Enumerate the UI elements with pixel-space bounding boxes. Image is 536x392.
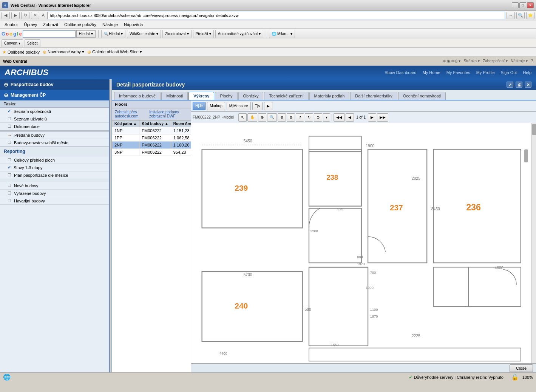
close-window-button[interactable]: ✕ — [527, 2, 534, 8]
sidebar-item-nove-budovy[interactable]: Nové budovy — [0, 182, 109, 190]
tab-mistnosti[interactable]: Místnosti — [161, 92, 188, 100]
fav-oblibene[interactable]: ★ Oblíbené položky — [2, 49, 40, 55]
scroll-thumb[interactable] — [532, 124, 536, 135]
tab-obrazky[interactable]: Obrázky — [238, 92, 264, 100]
search-icon[interactable]: 🔍 — [516, 12, 525, 19]
close-button[interactable]: Close — [510, 364, 533, 372]
tab-informace[interactable]: Informace o budově — [114, 92, 161, 100]
dwf-tool-center[interactable]: ⊙ — [314, 113, 322, 122]
fav-nav-icon: ⊕ — [43, 49, 46, 55]
dwf-nav-prev[interactable]: ◀ — [346, 113, 354, 122]
maximize-button[interactable]: □ — [519, 2, 526, 8]
tab-oceneni[interactable]: Ocenění nemovitosti — [398, 92, 446, 100]
minimize-button[interactable]: _ — [512, 2, 519, 8]
dwf-tool-zoom-rect[interactable]: 🔍 — [267, 113, 277, 122]
prelozit-button[interactable]: Přeložit ▾ — [193, 30, 214, 38]
sidebar-item-stavy-etapy[interactable]: Stavy 1-3 etapy — [0, 164, 109, 171]
expand-icon[interactable]: ⤢ — [507, 82, 513, 88]
dwf-btn-ts[interactable]: T|s — [252, 102, 263, 110]
menu-soubor[interactable]: Soubor — [2, 22, 21, 28]
fav-galerie-label: Galerie oblasti Web Slice ▾ — [92, 49, 142, 54]
vertical-scrollbar[interactable] — [531, 123, 536, 363]
sidebar-item-seznam-uzivatelu[interactable]: Seznam uživatelů — [0, 115, 109, 123]
dwf-btn-measure[interactable]: M|Measure — [227, 102, 251, 110]
milan-button[interactable]: 🌐 Milan... ▾ — [269, 30, 295, 38]
floor-row-3np[interactable]: 3NP FM006222 954,28 — [112, 149, 201, 156]
dwf-tool-pan[interactable]: ✋ — [247, 113, 257, 122]
my-favorites-link[interactable]: My Favorites — [446, 70, 470, 75]
dwf-btn-play[interactable]: ▶ — [264, 102, 272, 110]
content-header: Detail pasportizace budovy ⤢ 🖨 ✕ — [112, 79, 536, 90]
dwf-tool-rotate-left[interactable]: ↺ — [296, 113, 304, 122]
back-button[interactable]: ◀ — [2, 12, 10, 19]
tab-technicke[interactable]: Technické zařízení — [264, 92, 308, 100]
sidebar-item-dokumentace[interactable]: Dokumentace — [0, 123, 109, 130]
my-profile-link[interactable]: My Profile — [476, 70, 495, 75]
sidebar-section-management[interactable]: ⊖ Management ČP — [0, 90, 109, 100]
room-237-label: 237 — [390, 203, 403, 212]
dwf-tool-zoom-out[interactable]: ⊖ — [287, 113, 295, 122]
sort-building-icon[interactable]: ▲ — [165, 122, 168, 126]
zkontrolovat-button[interactable]: Zkontrolovat ▾ — [162, 30, 192, 38]
autofill-button[interactable]: Automatické vyplňování ▾ — [215, 30, 263, 38]
dwf-nav-next[interactable]: ▶ — [368, 113, 376, 122]
sidebar-item-celkovy-prehled[interactable]: Celkový přehled ploch — [0, 156, 109, 164]
dwf-btn-hje[interactable]: H|Je — [193, 102, 205, 110]
sidebar-section-pasportizace[interactable]: ⊖ Pasportizace budov — [0, 79, 109, 90]
dwf-nav-next2[interactable]: ▶▶ — [377, 113, 388, 122]
show-dashboard-link[interactable]: Show Dashboard — [385, 70, 416, 75]
tab-dalsi[interactable]: Další charakteristiky — [350, 92, 397, 100]
convert-button[interactable]: Convert ▾ — [2, 39, 23, 48]
dwf-tool-fit[interactable]: ⊕ — [278, 113, 286, 122]
search-button[interactable]: Hledat ▾ — [76, 30, 96, 38]
room-239-label: 239 — [235, 184, 248, 192]
floor-row-1pp[interactable]: 1PP FM006222 1 062,58 — [112, 134, 201, 142]
favorites-button[interactable]: ⭐ — [526, 12, 534, 19]
floor-row-2np[interactable]: 2NP FM006222 1 160,26 — [112, 142, 201, 149]
fav-galerie[interactable]: ⊕ Galerie oblasti Web Slice ▾ — [87, 49, 142, 55]
dim-1970: 1970 — [357, 262, 365, 266]
sidebar-item-vyrazene-budovy[interactable]: Vyřazené budovy — [0, 190, 109, 197]
tab-materialy[interactable]: Materiály podlah — [309, 92, 350, 100]
sidebar-item-seznam-spolecnosti[interactable]: Seznam společností — [0, 108, 109, 115]
dwf-tool-more[interactable]: ▾ — [323, 113, 330, 122]
refresh-button[interactable]: ↻ — [21, 12, 29, 19]
go-button[interactable]: → — [507, 12, 515, 19]
svg-rect-0 — [198, 123, 530, 363]
address-input[interactable] — [47, 12, 505, 19]
menu-upravy[interactable]: Úpravy — [21, 22, 40, 28]
sidebar-item-budovy-navsteva[interactable]: Budovy-navsteva-další měsíc — [0, 139, 109, 147]
google-search-input[interactable] — [23, 30, 76, 38]
tab-plochy[interactable]: Plochy — [215, 92, 237, 100]
tab-vykresy[interactable]: Výkresy — [188, 92, 214, 100]
sidebar-item-predane-budovy[interactable]: Předané budovy — [0, 132, 109, 139]
content-close-icon[interactable]: ✕ — [525, 82, 531, 88]
dwf-tool-pointer[interactable]: ↖ — [238, 113, 247, 122]
select-button[interactable]: Select — [25, 39, 40, 48]
sidebar-item-havarijni-budovy[interactable]: Havarijní budovy — [0, 197, 109, 205]
dwf-tool-rotate-right[interactable]: ↻ — [305, 113, 313, 122]
autodesk-link[interactable]: Zobrazit přes autodesk.com — [115, 110, 146, 118]
dwf-btn-markup[interactable]: Markup — [207, 102, 225, 110]
wiki-button[interactable]: WikiKomentáře ▾ — [127, 30, 161, 38]
status-text: Důvěryhodné servery | Chráněný režim: Vy… — [414, 375, 504, 380]
dwf-nav-prev2[interactable]: ◀◀ — [334, 113, 345, 122]
dwf-install-link[interactable]: Instalace podpory zobrazení DWF — [149, 110, 188, 118]
floor-row-1np[interactable]: 1NP FM006222 1 151,23 — [112, 127, 201, 134]
print-icon[interactable]: 🖨 — [516, 82, 522, 88]
sign-out-link[interactable]: Sign Out — [501, 70, 517, 75]
hledat-button[interactable]: 🔍 Hledat ▾ — [101, 30, 126, 38]
dwf-tool-zoom-in[interactable]: ⊕ — [258, 113, 266, 122]
menu-zobrazit[interactable]: Zobrazit — [40, 22, 61, 28]
menu-nastroje[interactable]: Nástroje — [99, 22, 121, 28]
forward-button[interactable]: ▶ — [11, 12, 20, 19]
help-link[interactable]: Help — [523, 70, 531, 75]
menu-bar: Soubor Úpravy Zobrazit Oblíbené položky … — [0, 20, 536, 29]
sidebar-item-plan-pasportizace[interactable]: Plán pasportizace dle měsíce — [0, 171, 109, 179]
sort-floor-icon[interactable]: ▲ — [133, 122, 137, 126]
my-home-link[interactable]: My Home — [423, 70, 440, 75]
fav-navrhvane[interactable]: ⊕ Navrhované weby ▾ — [43, 49, 84, 55]
stop-button[interactable]: ✕ — [31, 12, 39, 19]
menu-oblibene[interactable]: Oblíbené položky — [61, 22, 99, 28]
menu-napoveda[interactable]: Nápověda — [121, 22, 146, 28]
